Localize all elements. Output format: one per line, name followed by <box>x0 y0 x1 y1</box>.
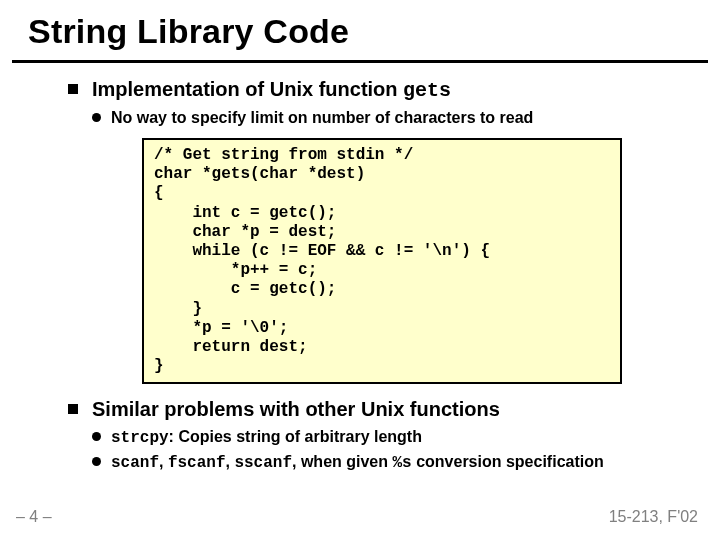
sub-bullet-text: No way to specify limit on number of cha… <box>111 108 533 128</box>
sub-bullet-text: scanf, fscanf, sscanf, when given %s con… <box>111 452 604 473</box>
sub-bullet-text: strcpy: Copies string of arbitrary lengt… <box>111 427 422 448</box>
bullet-text: Similar problems with other Unix functio… <box>92 398 500 421</box>
code-span: fscanf <box>168 454 226 472</box>
bullet-text-plain: Implementation of Unix function <box>92 78 403 100</box>
slide-title: String Library Code <box>28 12 349 51</box>
code-span: scanf <box>111 454 159 472</box>
slide-content: Implementation of Unix function gets No … <box>68 78 688 473</box>
code-block: /* Get string from stdin */ char *gets(c… <box>142 138 622 384</box>
text-span: , when given <box>292 453 392 470</box>
square-bullet-icon <box>68 404 78 414</box>
disc-bullet-icon <box>92 457 101 466</box>
text-span: : Copies string of arbitrary length <box>169 428 422 445</box>
sub-list: No way to specify limit on number of cha… <box>92 108 688 384</box>
bullet-text-code: gets <box>403 79 451 102</box>
title-underline <box>12 60 708 63</box>
course-id: 15-213, F'02 <box>609 508 698 526</box>
page-number: – 4 – <box>16 508 52 526</box>
square-bullet-icon <box>68 84 78 94</box>
sub-list: strcpy: Copies string of arbitrary lengt… <box>92 427 688 473</box>
sub-bullet-item: scanf, fscanf, sscanf, when given %s con… <box>92 452 688 473</box>
slide: String Library Code Implementation of Un… <box>0 0 720 540</box>
code-span: sscanf <box>234 454 292 472</box>
text-span: conversion specification <box>412 453 604 470</box>
text-span: , <box>159 453 168 470</box>
disc-bullet-icon <box>92 432 101 441</box>
code-span: strcpy <box>111 429 169 447</box>
bullet-text: Implementation of Unix function gets <box>92 78 451 102</box>
bullet-item: Similar problems with other Unix functio… <box>68 398 688 421</box>
sub-bullet-item: No way to specify limit on number of cha… <box>92 108 688 128</box>
disc-bullet-icon <box>92 113 101 122</box>
bullet-item: Implementation of Unix function gets <box>68 78 688 102</box>
code-span: %s <box>392 454 411 472</box>
sub-bullet-item: strcpy: Copies string of arbitrary lengt… <box>92 427 688 448</box>
